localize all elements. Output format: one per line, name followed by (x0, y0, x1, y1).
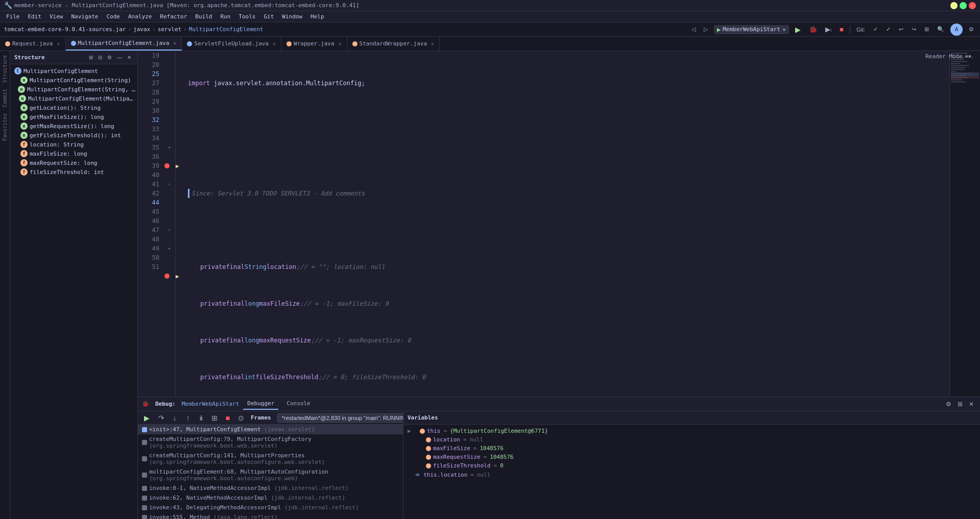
fold-36[interactable]: ▿ (163, 180, 175, 189)
tab-close-standardwrapper[interactable]: ✕ (431, 41, 434, 46)
menu-navigate[interactable]: Navigate (67, 12, 103, 21)
tab-close-wrapper[interactable]: ✕ (339, 41, 342, 46)
evaluate-btn[interactable]: ⊞ (209, 412, 220, 424)
minimize-button[interactable]: — (950, 2, 958, 9)
structure-close[interactable]: — (115, 54, 124, 61)
tab-wrapper[interactable]: Wrapper.java ✕ (281, 37, 347, 51)
frame-item-2[interactable]: createMultipartConfig:141, MultipartProp… (138, 451, 403, 467)
fold-32[interactable]: ▿ (163, 143, 175, 152)
breakpoint-34[interactable] (164, 163, 170, 168)
structure-item-3[interactable]: m getLocation(): String (10, 103, 137, 112)
var-this[interactable]: ▶ this = {MultipartConfigElement@6771} (403, 427, 980, 435)
tab-request[interactable]: Request.java ✕ (0, 37, 66, 51)
menu-view[interactable]: View (45, 12, 67, 21)
structure-item-0[interactable]: m MultipartConfigElement(String) (10, 76, 137, 85)
menu-build[interactable]: Build (191, 12, 216, 21)
settings-button[interactable]: ⚙ (967, 25, 976, 34)
menu-code[interactable]: Code (102, 12, 124, 21)
git-button[interactable]: Git: (854, 26, 867, 34)
menu-help[interactable]: Help (306, 12, 328, 21)
frame-item-7[interactable]: invoke:555, Method (java.lang.reflect) (138, 512, 403, 519)
navigate-back-button[interactable]: ◁ (689, 25, 698, 34)
navigate-forward-button[interactable]: ▷ (702, 25, 710, 34)
tab-close-servletfileupload[interactable]: ✕ (273, 41, 276, 46)
var-thislocation[interactable]: ∞ this.location = null (403, 470, 980, 479)
structure-collapse-all[interactable]: ⊟ (96, 54, 104, 61)
var-maxrequestsize[interactable]: maxRequestSize = 1048576 (403, 453, 980, 461)
frame-item-0[interactable]: <init>:47, MultipartConfigElement (javax… (138, 425, 403, 434)
tab-close-request[interactable]: ✕ (57, 41, 60, 46)
var-maxfilesize[interactable]: maxFileSize = 1048576 (403, 444, 980, 453)
step-over-btn[interactable]: ↷ (156, 412, 167, 424)
structure-item-5[interactable]: m getMaxRequestSize(): long (10, 121, 137, 131)
structure-item-8[interactable]: f maxFileSize: long (10, 149, 137, 158)
var-filesizethreshold[interactable]: fileSizeThreshold = 0 (403, 461, 980, 470)
tab-multipart[interactable]: MultipartConfigElement.java ✕ (66, 37, 182, 51)
tab-close-multipart[interactable]: ✕ (173, 40, 176, 46)
close-button[interactable]: ✕ (969, 2, 976, 9)
menu-run[interactable]: Run (216, 12, 234, 21)
menu-git[interactable]: Git (259, 12, 278, 21)
fold-44[interactable]: ▿ (163, 244, 175, 253)
console-tab[interactable]: Console (282, 398, 314, 410)
debug-button[interactable]: 🐞 (807, 24, 819, 34)
redo-button[interactable]: ↪ (910, 25, 918, 34)
search-button[interactable]: 🔍 (935, 25, 946, 34)
breakpoint-47[interactable] (164, 274, 170, 279)
var-expand-this[interactable]: ▶ (408, 428, 414, 434)
debug-settings[interactable]: ⚙ (944, 400, 953, 409)
vert-label-commit[interactable]: Commit (2, 89, 8, 107)
run-button[interactable]: ▶ (793, 24, 803, 35)
code-content[interactable]: import javax.servlet.annotation.Multipar… (184, 51, 949, 397)
run-coverage-button[interactable]: ▶ᵢ (823, 24, 833, 34)
structure-item-7[interactable]: f location: String (10, 140, 137, 149)
menu-tools[interactable]: Tools (234, 12, 259, 21)
menu-file[interactable]: File (2, 12, 24, 21)
stop-button[interactable]: ■ (838, 24, 846, 34)
vert-label-structure[interactable]: Structure (2, 55, 8, 83)
maximize-button[interactable]: □ (960, 2, 967, 9)
debug-resume-btn[interactable]: ▶ (142, 413, 152, 423)
menu-edit[interactable]: Edit (24, 12, 46, 21)
thread-dropdown[interactable]: *restartedMain*@2,830 in group "main": R… (277, 413, 420, 423)
structure-expand-all[interactable]: ⊞ (87, 54, 95, 61)
structure-item-9[interactable]: f maxRequestSize: long (10, 158, 137, 167)
structure-item-6[interactable]: m getFileSizeThreshold(): int (10, 131, 137, 140)
stop-debug-btn[interactable]: ■ (222, 412, 233, 424)
structure-settings[interactable]: ⚙ (105, 54, 114, 61)
run-config-dropdown-icon[interactable]: ▾ (782, 26, 786, 33)
reader-mode-badge[interactable]: Reader Mode 👓 (925, 53, 972, 60)
frame-item-5[interactable]: invoke:62, NativeMethodAccessorImpl (jdk… (138, 493, 403, 503)
vert-label-favorites[interactable]: Favorites (2, 113, 8, 141)
menu-window[interactable]: Window (278, 12, 306, 21)
frame-item-3[interactable]: multipartConfigElement:68, MultipartAuto… (138, 467, 403, 483)
structure-root[interactable]: C MultipartConfigElement (10, 66, 137, 76)
git-checkmark2[interactable]: ✓ (884, 25, 893, 34)
step-into-btn[interactable]: ↓ (169, 412, 180, 424)
breadcrumb-class[interactable]: MultipartConfigElement (189, 26, 264, 33)
tab-standardwrapper[interactable]: StandardWrapper.java ✕ (347, 37, 440, 51)
structure-hide[interactable]: ✕ (125, 54, 133, 61)
tab-servletfileupload[interactable]: ServletFileUpload.java ✕ (182, 37, 281, 51)
breadcrumb-jar[interactable]: tomcat-embed-core-9.0.41-sources.jar (4, 26, 126, 33)
bookmark-button[interactable]: ⊞ (922, 25, 931, 34)
structure-item-1[interactable]: m MultipartConfigElement(String, long, l… (10, 85, 137, 94)
structure-item-10[interactable]: f fileSizeThreshold: int (10, 167, 137, 177)
menu-analyze[interactable]: Analyze (124, 12, 156, 21)
structure-item-2[interactable]: m MultipartConfigElement(MultipartConfig… (10, 94, 137, 103)
undo-button[interactable]: ↩ (897, 25, 905, 34)
var-location[interactable]: location = null (403, 435, 980, 444)
menu-refactor[interactable]: Refactor (156, 12, 191, 21)
step-out-btn[interactable]: ↑ (182, 412, 194, 424)
breadcrumb-javax[interactable]: javax (133, 26, 150, 33)
fold-42[interactable]: ▿ (163, 226, 175, 235)
run-to-cursor-btn[interactable]: ↡ (196, 412, 207, 424)
user-avatar[interactable]: A (950, 23, 963, 36)
debug-close[interactable]: ✕ (967, 400, 976, 409)
frame-item-6[interactable]: invoke:43, DelegatingMethodAccessorImpl … (138, 503, 403, 512)
structure-item-4[interactable]: m getMaxFileSize(): long (10, 112, 137, 121)
breadcrumb-servlet[interactable]: servlet (158, 26, 181, 33)
debug-expand[interactable]: ⊞ (955, 400, 965, 409)
frame-item-1[interactable]: createMultipartConfig:79, MultipartConfi… (138, 434, 403, 451)
debugger-tab[interactable]: Debugger (243, 398, 278, 410)
